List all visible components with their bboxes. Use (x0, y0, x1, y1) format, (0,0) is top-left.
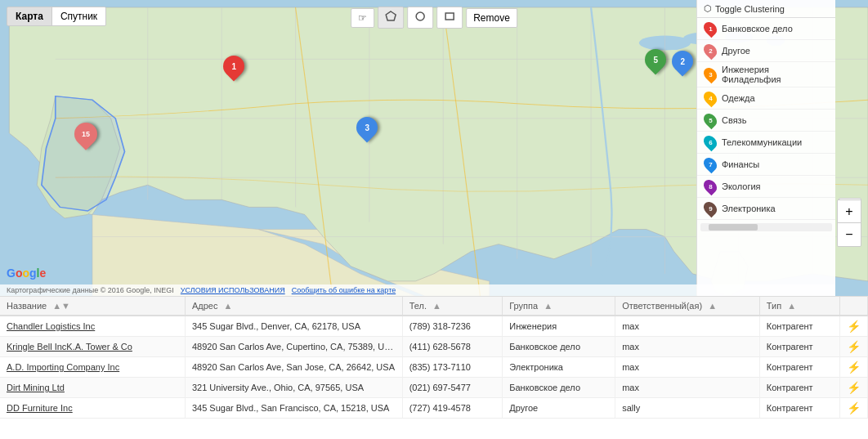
sort-icon-name: ▲▼ (52, 301, 70, 311)
legend-label-other: Другое (722, 46, 829, 56)
legend-scroll-area[interactable] (697, 220, 835, 235)
cell-address: 48920 San Carlos Ave, San Jose, CA, 2664… (185, 357, 402, 378)
col-address-label: Адрес (192, 301, 218, 311)
col-header-phone[interactable]: Тел. ▲ (402, 297, 503, 316)
cell-action[interactable]: ⚡ (840, 398, 868, 419)
toolbar-hand-btn[interactable]: ☞ (351, 8, 374, 28)
col-header-group[interactable]: Группа ▲ (503, 297, 615, 316)
app-container: Соединённые Штаты Америки ОРЕГОН АЙДАХО … (0, 0, 868, 439)
table-row: Dirt Mining Ltd321 University Ave., Ohio… (0, 378, 868, 398)
table-row: A.D. Importing Company Inc48920 San Carl… (0, 357, 868, 378)
legend-marker-telecom: 6 (704, 134, 717, 150)
cell-action[interactable]: ⚡ (840, 357, 868, 378)
legend-scrollbar-thumb (709, 224, 758, 231)
legend-item-telecom[interactable]: 6 Телекоммуникации (697, 132, 835, 154)
zoom-in-button[interactable]: + (838, 200, 861, 223)
rect-icon (444, 11, 455, 25)
data-table: Название ▲▼ Адрес ▲ Тел. ▲ Группа ▲ (0, 297, 868, 419)
toolbar-circle-btn[interactable] (407, 7, 433, 29)
table-area: Название ▲▼ Адрес ▲ Тел. ▲ Группа ▲ (0, 296, 868, 439)
cell-name[interactable]: Dirt Mining Ltd (0, 378, 185, 398)
map-toolbar: ☞ Remove (351, 7, 517, 29)
cell-action[interactable]: ⚡ (840, 316, 868, 337)
col-header-responsible[interactable]: Ответственный(ая) ▲ (615, 297, 760, 316)
toolbar-polygon-btn[interactable] (378, 7, 404, 29)
cell-type: Контрагент (759, 357, 839, 378)
col-header-name[interactable]: Название ▲▼ (0, 297, 185, 316)
cell-responsible: max (615, 357, 760, 378)
zoom-out-button[interactable]: − (838, 223, 861, 246)
legend-marker-other: 2 (704, 43, 717, 59)
col-type-label: Тип (767, 301, 781, 311)
cell-name[interactable]: Chandler Logistics Inc (0, 316, 185, 337)
google-logo: Google (7, 267, 46, 280)
cell-name[interactable]: DD Furniture Inc (0, 398, 185, 419)
legend-marker-engineering: 3 (704, 66, 717, 83)
legend-label-communications: Связь (722, 115, 829, 125)
legend-marker-electronics: 9 (704, 200, 717, 217)
table-row: Kringle Bell IncK.A. Tower & Co48920 San… (0, 337, 868, 357)
svg-point-26 (416, 12, 424, 20)
cell-phone: (789) 318-7236 (402, 316, 503, 337)
map-type-sputnik[interactable]: Спутник (52, 7, 105, 25)
cell-type: Контрагент (759, 378, 839, 398)
cell-action[interactable]: ⚡ (840, 378, 868, 398)
svg-marker-25 (386, 11, 396, 20)
col-header-address[interactable]: Адрес ▲ (185, 297, 402, 316)
cell-responsible: max (615, 337, 760, 357)
row-action-icon[interactable]: ⚡ (847, 381, 861, 394)
cell-phone: (411) 628-5678 (402, 337, 503, 357)
marker-1[interactable]: 1 (223, 56, 244, 77)
legend-marker-finance: 7 (704, 156, 717, 172)
cell-phone: (021) 697-5477 (402, 378, 503, 398)
legend-marker-ecology: 8 (704, 178, 717, 195)
cell-group: Банковское дело (503, 378, 615, 398)
toolbar-rect-btn[interactable] (436, 7, 463, 29)
remove-button[interactable]: Remove (466, 8, 517, 28)
cell-group: Электроника (503, 357, 615, 378)
legend-item-electronics[interactable]: 9 Электроника (697, 198, 835, 220)
marker-3[interactable]: 3 (356, 117, 378, 138)
marker-5-lakes[interactable]: 5 (645, 49, 666, 70)
cell-type: Контрагент (759, 398, 839, 419)
cell-name[interactable]: Kringle Bell IncK.A. Tower & Co (0, 337, 185, 357)
map-type-karta[interactable]: Карта (7, 7, 51, 25)
map-area[interactable]: Соединённые Штаты Америки ОРЕГОН АЙДАХО … (0, 0, 868, 296)
cell-action[interactable]: ⚡ (840, 337, 868, 357)
toggle-clustering-btn[interactable]: ⬡ Toggle Clustering (697, 0, 835, 18)
row-action-icon[interactable]: ⚡ (847, 340, 861, 353)
legend-label-ecology: Экология (722, 181, 829, 191)
cell-group: Другое (503, 398, 615, 419)
map-type-switcher: Карта Спутник (7, 7, 106, 26)
terms-link[interactable]: УСЛОВИЯ ИСПОЛЬЗОВАНИЯ (181, 286, 285, 294)
col-header-type[interactable]: Тип ▲ (759, 297, 839, 316)
legend-marker-communications: 5 (704, 112, 717, 128)
legend-item-clothing[interactable]: 4 Одежда (697, 87, 835, 110)
legend-marker-clothing: 4 (704, 90, 717, 106)
table-row: DD Furniture Inc345 Sugar Blvd., San Fra… (0, 398, 868, 419)
sort-icon-group: ▲ (544, 301, 553, 311)
row-action-icon[interactable]: ⚡ (847, 401, 861, 414)
cell-name[interactable]: A.D. Importing Company Inc (0, 357, 185, 378)
legend-item-other[interactable]: 2 Другое (697, 40, 835, 62)
marker-2[interactable]: 2 (672, 51, 693, 72)
hand-icon: ☞ (358, 12, 367, 24)
marker-15[interactable]: 15 (74, 123, 97, 146)
col-group-label: Группа (509, 301, 538, 311)
cell-group: Инженерия (503, 316, 615, 337)
zoom-controls: + − (837, 199, 861, 247)
legend-item-ecology[interactable]: 8 Экология (697, 176, 835, 198)
cell-phone: (727) 419-4578 (402, 398, 503, 419)
legend-item-engineering[interactable]: 3 Инженерия Филадельфия (697, 62, 835, 87)
polygon-icon (385, 11, 396, 25)
cell-address: 321 University Ave., Ohio, CA, 97565, US… (185, 378, 402, 398)
legend-item-banking[interactable]: 1 Банковское дело (697, 18, 835, 40)
legend-label-engineering: Инженерия Филадельфия (722, 65, 829, 84)
row-action-icon[interactable]: ⚡ (847, 320, 861, 333)
sort-icon-phone: ▲ (432, 301, 441, 311)
row-action-icon[interactable]: ⚡ (847, 361, 861, 374)
legend-item-communications[interactable]: 5 Связь (697, 110, 835, 132)
sort-icon-responsible: ▲ (708, 301, 717, 311)
error-link[interactable]: Сообщить об ошибке на карте (292, 286, 396, 294)
legend-item-finance[interactable]: 7 Финансы (697, 154, 835, 176)
